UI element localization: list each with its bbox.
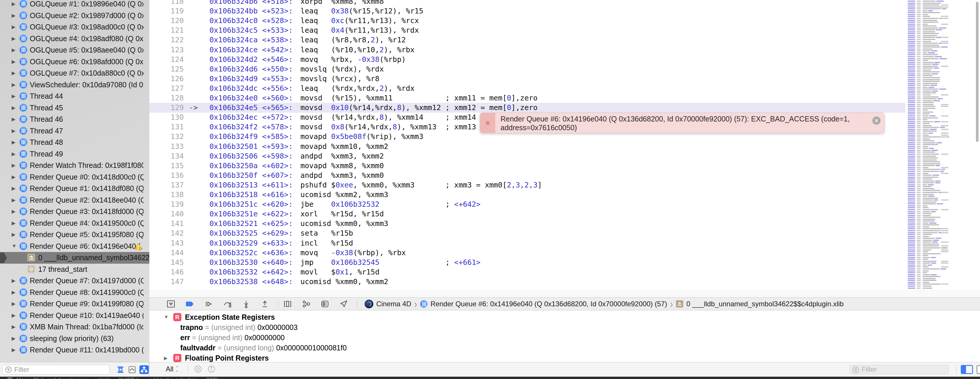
thread-row[interactable]: ▶Render Queue #8: 0x1419900c0 (Q… [0, 287, 150, 298]
thread-row[interactable]: ▼Render Queue #6: 0x14196e040 (… [0, 241, 150, 252]
close-icon[interactable]: ✕ [872, 117, 881, 125]
console-filter-input[interactable]: Filter [850, 365, 949, 374]
thread-row[interactable]: ▶OGLQueue #6: 0x198afd000 (Q 0x1… [0, 56, 150, 68]
disclosure-triangle-icon[interactable]: ▶ [12, 208, 16, 214]
thread-row[interactable]: ▶Render Queue #7: 0x14197d000 (Q… [0, 275, 150, 287]
register-row[interactable]: trapno = (unsigned int) 0x00000003 [150, 322, 980, 333]
thread-row[interactable]: ▶OGLQueue #2: 0x19897d000 (Q 0x… [0, 10, 150, 22]
thread-row[interactable]: ▶Render Queue #9: 0x14199f080 (Q… [0, 298, 150, 310]
environment-overrides-button[interactable] [320, 299, 329, 309]
show-variables-view-toggle[interactable] [961, 365, 973, 374]
show-console-toggle[interactable] [977, 365, 980, 374]
thread-row[interactable]: ▶Render Queue #1: 0x1418df080 (Q… [0, 183, 150, 195]
breadcrumb-thread[interactable]: Render Queue #6: 0x14196e040 (Q 0x136d68… [431, 300, 667, 308]
register-group-row[interactable]: ▼ R Exception State Registers [150, 312, 980, 322]
stack-frame-row[interactable]: ⚙17 thread_start [0, 264, 150, 275]
disassembly-editor[interactable]: 1180x106b324b6 <+518>:xorpd %xmm8, %xmm8… [150, 0, 905, 290]
thread-row[interactable]: ▶ViewScheduler: 0x10da97080 (Id 0x… [0, 79, 150, 91]
thread-row[interactable]: ▶Render Queue #5: 0x14195f080 (Q… [0, 229, 150, 241]
disclosure-triangle-icon[interactable]: ▶ [12, 151, 16, 157]
thread-row[interactable]: ▶Thread 44 [0, 91, 150, 102]
disclosure-triangle-icon[interactable]: ▶ [12, 36, 16, 42]
code-minimap[interactable] [905, 0, 980, 290]
disclosure-triangle-icon[interactable]: ▶ [12, 139, 16, 146]
minimap-line [917, 222, 921, 224]
hide-debug-area-button[interactable] [166, 299, 176, 309]
row-label: Render Queue #1: 0x1418df080 (Q… [30, 184, 143, 193]
thread-row[interactable]: ▶Render Queue #10: 0x1419ae040 (… [0, 310, 150, 321]
disclosure-triangle-icon[interactable]: ▶ [12, 289, 16, 296]
disclosure-triangle-icon[interactable]: ▶ [12, 232, 16, 238]
editor-horizontal-scroll-area[interactable] [150, 290, 980, 297]
step-over-button[interactable] [223, 299, 232, 309]
thread-row[interactable]: ▶Thread 45 [0, 102, 150, 114]
thread-row[interactable]: ▶OGLQueue #3: 0x198ad00c0 (Q 0x1… [0, 21, 150, 33]
minimap-line [935, 29, 942, 30]
sidebar-filter-input[interactable]: Filter [2, 365, 110, 375]
disclosure-triangle-icon[interactable]: ▶ [12, 70, 16, 76]
breadcrumb-frame[interactable]: 0 ___lldb_unnamed_symbol34622$$c4dplugin… [686, 300, 843, 308]
disclosure-triangle-icon[interactable]: ▶ [12, 347, 16, 353]
disclosure-triangle-icon[interactable]: ▶ [12, 324, 16, 330]
disclosure-triangle-icon[interactable]: ▶ [12, 197, 16, 203]
thread-row[interactable]: ▶Render Queue #0: 0x1418d00c0 (Q… [0, 171, 150, 183]
thread-row[interactable]: ▶Render Watch Thread: 0x198f1f080… [0, 160, 150, 171]
disclosure-triangle-icon[interactable]: ▶ [12, 1, 16, 7]
minimap-line [908, 288, 915, 289]
disclosure-triangle-icon[interactable]: ▶ [12, 82, 16, 88]
flagged-variables-icon[interactable] [194, 365, 202, 373]
thread-row[interactable]: ▶Thread 47 [0, 125, 150, 137]
disclosure-triangle-icon[interactable]: ▶ [12, 336, 16, 342]
info-icon[interactable] [207, 365, 216, 373]
thread-row[interactable]: ▶Thread 48 [0, 137, 150, 148]
breakpoints-toggle-button[interactable] [185, 299, 194, 309]
editor-scrollbar-thumb[interactable] [976, 2, 978, 142]
disclosure-triangle-icon[interactable]: ▶ [12, 47, 16, 53]
register-row[interactable]: err = (unsigned int) 0x00000000 [150, 333, 980, 343]
stack-frame-row[interactable]: 0 ___lldb_unnamed_symbol34622$… [0, 252, 150, 264]
continue-button[interactable] [204, 299, 213, 309]
disclosure-triangle-icon[interactable]: ▶ [12, 312, 16, 318]
view-process-by-queue-button[interactable] [128, 365, 137, 374]
register-row[interactable]: faultvaddr = (unsigned long) 0x000000010… [150, 343, 980, 353]
disclosure-triangle-icon[interactable]: ▼ [164, 315, 169, 320]
disclosure-triangle-icon[interactable]: ▶ [12, 128, 16, 134]
register-group-row[interactable]: ▶ R Floating Point Registers [150, 353, 980, 363]
thread-row[interactable]: ▶sleeping (low priority) (63) [0, 333, 150, 345]
disclosure-triangle-icon[interactable]: ▼ [12, 243, 17, 249]
breadcrumb-app[interactable]: Cinema 4D [376, 300, 411, 308]
view-process-by-thread-button[interactable] [139, 365, 149, 374]
disclosure-triangle-icon[interactable]: ▶ [12, 174, 16, 180]
disclosure-triangle-icon[interactable]: ▶ [12, 186, 16, 192]
disclosure-triangle-icon[interactable]: ▶ [164, 355, 167, 361]
minimap-line [908, 221, 915, 222]
disclosure-triangle-icon[interactable]: ▶ [12, 278, 16, 284]
thread-row[interactable]: ▶OGLQueue #5: 0x198aee040 (Q 0x1… [0, 45, 150, 56]
disclosure-triangle-icon[interactable]: ▶ [12, 24, 16, 30]
thread-row[interactable]: ▶OGLQueue #4: 0x198adf080 (Q 0x1… [0, 33, 150, 45]
show-paused-threads-button[interactable] [116, 365, 126, 374]
step-out-button[interactable] [260, 299, 269, 309]
variables-scope-popup[interactable]: All ⌃⌄ [165, 365, 178, 373]
thread-row[interactable]: ▶OGLQueue #7: 0x10da880c0 (Q 0x1… [0, 67, 150, 79]
thread-row[interactable]: ▶Thread 49 [0, 148, 150, 160]
thread-row[interactable]: ▶Render Queue #11: 0x1419bd000 (… [0, 344, 150, 356]
thread-row[interactable]: ▶Render Queue #3: 0x1418fd000 (Q… [0, 206, 150, 217]
disclosure-triangle-icon[interactable]: ▶ [12, 13, 16, 19]
debug-view-hierarchy-button[interactable] [283, 299, 292, 309]
thread-row[interactable]: ▶Thread 46 [0, 114, 150, 125]
disclosure-triangle-icon[interactable]: ▶ [12, 93, 16, 99]
disclosure-triangle-icon[interactable]: ▶ [12, 220, 16, 226]
disclosure-triangle-icon[interactable]: ▶ [12, 105, 16, 111]
debug-memory-graph-button[interactable] [302, 299, 311, 309]
thread-row[interactable]: ▶Render Queue #2: 0x1418ee040 (Q… [0, 195, 150, 206]
thread-row[interactable]: ▶OGLQueue #1: 0x19896e040 (Q 0x… [0, 0, 150, 10]
disclosure-triangle-icon[interactable]: ▶ [12, 162, 16, 168]
thread-row[interactable]: ▶XMB Main Thread: 0x1ba7fd000 (Id… [0, 321, 150, 333]
disclosure-triangle-icon[interactable]: ▶ [12, 116, 16, 122]
simulate-location-button[interactable] [339, 299, 348, 309]
disclosure-triangle-icon[interactable]: ▶ [12, 301, 16, 307]
step-into-button[interactable] [242, 299, 251, 309]
disclosure-triangle-icon[interactable]: ▶ [12, 59, 16, 65]
thread-row[interactable]: ▶Render Queue #4: 0x1419500c0 (Q… [0, 217, 150, 229]
